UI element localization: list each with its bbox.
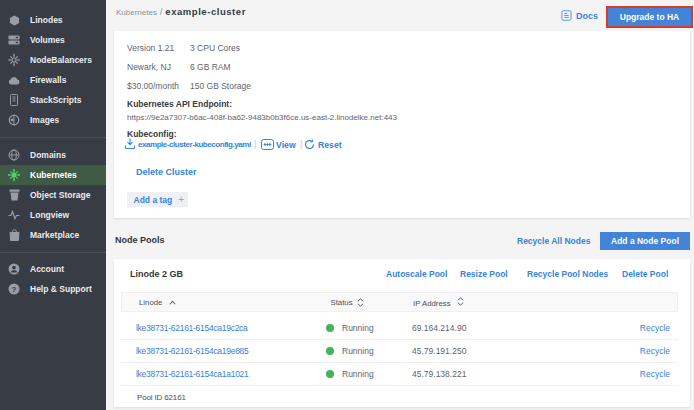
svg-text:?: ? — [12, 285, 17, 294]
